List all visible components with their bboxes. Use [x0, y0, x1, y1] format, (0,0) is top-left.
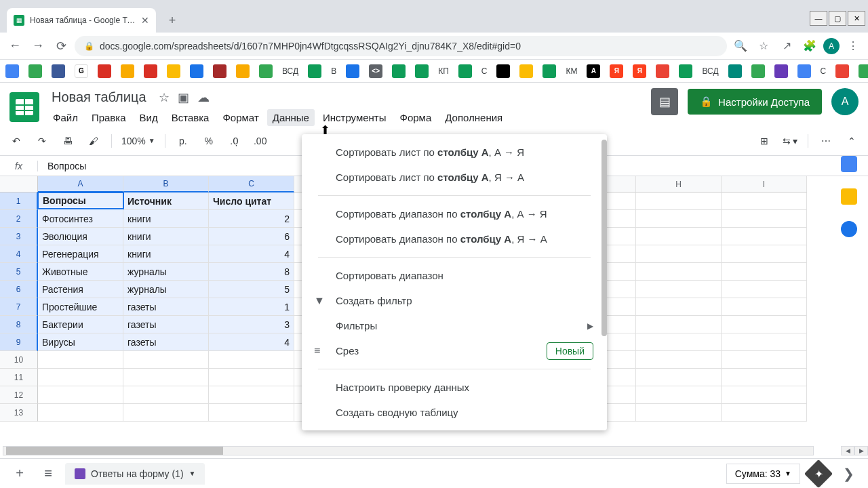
cell[interactable]: [722, 228, 807, 245]
keep-icon[interactable]: [841, 188, 857, 205]
filters-submenu[interactable]: Фильтры ▶: [302, 313, 607, 338]
bookmark-label[interactable]: В: [331, 66, 336, 76]
cell[interactable]: [636, 192, 722, 210]
forward-button[interactable]: →: [28, 37, 47, 56]
bookmark-item[interactable]: [236, 64, 250, 78]
reload-button[interactable]: ⟳: [52, 37, 71, 56]
menu-edit[interactable]: Правка: [86, 109, 132, 126]
bookmark-item[interactable]: [656, 64, 669, 78]
decrease-decimal-button[interactable]: .0̣: [226, 131, 243, 150]
column-header[interactable]: C: [209, 176, 294, 192]
user-avatar[interactable]: A: [831, 88, 859, 115]
side-panel-toggle[interactable]: ❯: [837, 462, 860, 485]
bookmark-item[interactable]: [751, 64, 765, 78]
bookmark-label[interactable]: КМ: [566, 66, 577, 76]
cell[interactable]: 3: [209, 316, 294, 333]
cell[interactable]: Животные: [38, 263, 123, 281]
bookmark-item[interactable]: [458, 64, 472, 78]
cell[interactable]: [636, 263, 722, 281]
bookmark-item[interactable]: [259, 64, 273, 78]
cell[interactable]: [722, 263, 807, 281]
cell[interactable]: [722, 404, 807, 422]
sheet-tab[interactable]: Ответы на форму (1) ▼: [65, 463, 205, 485]
bookmark-item[interactable]: [28, 64, 42, 78]
bookmark-item[interactable]: [728, 64, 742, 78]
cell[interactable]: 5: [209, 281, 294, 298]
cell[interactable]: [38, 404, 123, 422]
cell[interactable]: Растения: [38, 281, 123, 298]
slicer[interactable]: ≡ Срез Новый: [302, 338, 607, 363]
zoom-selector[interactable]: 100%▼: [121, 136, 155, 146]
cell[interactable]: [636, 386, 722, 404]
bookmark-label[interactable]: С: [821, 66, 827, 76]
dropdown-scrollbar[interactable]: [601, 140, 607, 336]
bookmark-item[interactable]: [496, 64, 510, 78]
bookmark-item[interactable]: [519, 64, 533, 78]
cell[interactable]: [722, 210, 807, 228]
add-sheet-button[interactable]: +: [8, 462, 31, 485]
merge-button[interactable]: ⇆ ▾: [782, 131, 798, 150]
menu-form[interactable]: Форма: [395, 109, 437, 126]
profile-avatar[interactable]: A: [823, 38, 840, 54]
create-filter[interactable]: ▼ Создать фильтр: [302, 288, 607, 313]
cell[interactable]: Фотосинтез: [38, 210, 123, 228]
horizontal-scrollbar[interactable]: [3, 446, 814, 455]
cell[interactable]: [38, 369, 123, 386]
cell[interactable]: [722, 351, 807, 369]
tasks-icon[interactable]: [841, 221, 857, 237]
row-header[interactable]: 3: [0, 228, 38, 245]
row-header[interactable]: 5: [0, 263, 38, 281]
sheets-logo-icon[interactable]: [9, 92, 39, 122]
bookmark-item[interactable]: Я: [610, 64, 623, 78]
row-header[interactable]: 10: [0, 351, 38, 369]
cloud-status-icon[interactable]: ☁: [197, 90, 210, 105]
column-header[interactable]: A: [38, 176, 123, 192]
cell[interactable]: [209, 386, 294, 404]
row-header[interactable]: 2: [0, 210, 38, 228]
bookmark-label[interactable]: С: [481, 66, 488, 76]
cell[interactable]: [636, 228, 722, 245]
status-sum[interactable]: Сумма: 33▼: [726, 464, 800, 484]
paint-format-button[interactable]: 🖌: [85, 131, 102, 150]
bookmark-item[interactable]: [98, 64, 111, 78]
bookmark-label[interactable]: КП: [438, 66, 449, 76]
row-header[interactable]: 4: [0, 245, 38, 263]
bookmark-item[interactable]: [774, 64, 788, 78]
cell[interactable]: [123, 404, 209, 422]
cell[interactable]: [722, 333, 807, 351]
explore-button[interactable]: ✦: [804, 459, 833, 487]
cell[interactable]: 2: [209, 210, 294, 228]
cell[interactable]: книги: [123, 228, 209, 245]
scroll-right-button[interactable]: ▶: [854, 446, 868, 455]
new-tab-button[interactable]: +: [163, 11, 182, 30]
cell[interactable]: Вопросы: [37, 192, 124, 209]
percent-button[interactable]: %: [201, 131, 217, 150]
borders-button[interactable]: ⊞: [756, 131, 772, 150]
cell[interactable]: [636, 333, 722, 351]
currency-button[interactable]: р.: [175, 131, 191, 150]
bookmark-item[interactable]: G: [75, 64, 88, 78]
cell[interactable]: [636, 316, 722, 333]
cell[interactable]: газеты: [123, 333, 209, 351]
cell[interactable]: журналы: [123, 263, 209, 281]
back-button[interactable]: ←: [5, 37, 24, 56]
cell[interactable]: [722, 192, 807, 210]
browser-menu-icon[interactable]: ⋮: [844, 37, 863, 56]
cell[interactable]: [123, 351, 209, 369]
sort-range-desc[interactable]: Сортировать диапазон по столбцу A, Я → А: [302, 226, 607, 251]
increase-decimal-button[interactable]: .00: [252, 131, 269, 150]
menu-view[interactable]: Вид: [134, 109, 163, 126]
cell[interactable]: [123, 386, 209, 404]
data-validation[interactable]: Настроить проверку данных: [302, 375, 607, 400]
cell[interactable]: Вирусы: [38, 333, 123, 351]
sort-sheet-desc[interactable]: Сортировать лист по столбцу A, Я → А: [302, 165, 607, 190]
row-header[interactable]: 9: [0, 333, 38, 351]
cell[interactable]: [636, 245, 722, 263]
bookmark-item[interactable]: Я: [633, 64, 646, 78]
cell[interactable]: [636, 298, 722, 316]
row-header[interactable]: 1: [0, 192, 38, 210]
menu-tools[interactable]: Инструменты: [317, 109, 392, 126]
tab-close-icon[interactable]: ✕: [141, 15, 149, 26]
star-icon[interactable]: ☆: [159, 90, 170, 105]
cell[interactable]: газеты: [123, 298, 209, 316]
